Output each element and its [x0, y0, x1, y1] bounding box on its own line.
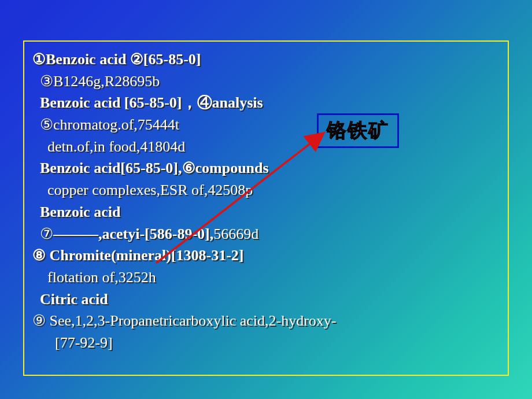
index-line: ⑧ Chromite(mineral)[1308-31-2]: [32, 245, 500, 267]
index-line: Citric acid: [32, 289, 500, 311]
callout-chromite-cn: 铬铁矿: [317, 113, 399, 148]
index-lines: ①Benzoic acid ②[65-85-0] ③B1246g,R28695b…: [32, 49, 500, 354]
index-line: flotation of,3252h: [32, 267, 500, 289]
index-line: ③B1246g,R28695b: [32, 71, 500, 93]
index-line: ①Benzoic acid ②[65-85-0]: [32, 49, 500, 71]
index-line: copper complexes,ESR of,42508p: [32, 179, 500, 201]
content-frame: ①Benzoic acid ②[65-85-0] ③B1246g,R28695b…: [23, 40, 509, 376]
index-line: ⑦———,acetyi-[586-89-0],56669d: [32, 223, 500, 245]
index-line: ⑤chromatog.of,75444t: [32, 114, 500, 136]
index-line: [77-92-9]: [32, 332, 500, 354]
index-line: Benzoic acid [65-85-0]，④analysis: [32, 92, 500, 114]
index-line: Benzoic acid[65-85-0],⑥compounds: [32, 157, 500, 179]
index-line: detn.of,in food,41804d: [32, 136, 500, 158]
index-line: ⑨ See,1,2,3-Propanetricarboxylic acid,2-…: [32, 310, 500, 332]
index-line: Benzoic acid: [32, 201, 500, 223]
